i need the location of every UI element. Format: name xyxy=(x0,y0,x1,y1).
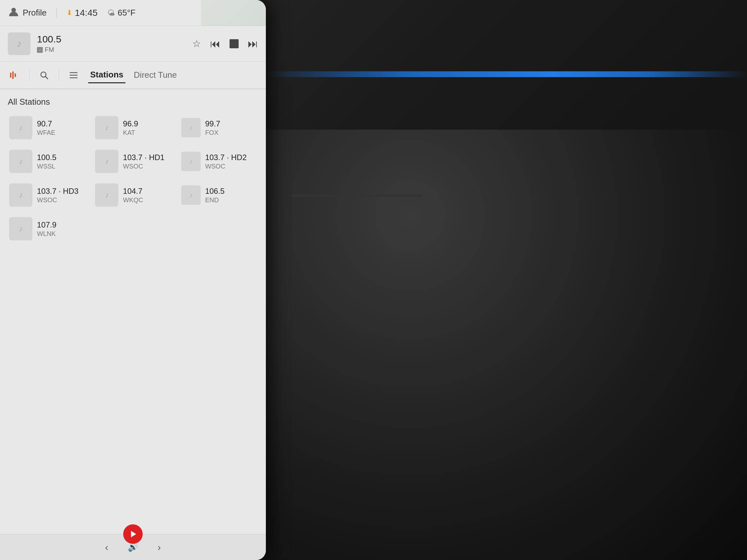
nav-divider-1 xyxy=(29,69,29,82)
stations-grid: ♪ 90.7 WFAE ♪ 96.9 KAT ♪ xyxy=(6,113,259,243)
station-thumb-1037hd1: ♪ xyxy=(95,150,118,173)
ambient-light-strip xyxy=(259,71,747,77)
station-name-969: KAT xyxy=(123,129,138,136)
music-note-icon: ♪ xyxy=(189,124,192,132)
station-name-997: FOX xyxy=(205,129,221,136)
station-name-1047: WKQC xyxy=(123,196,143,204)
station-card-1037-hd2[interactable]: ♪ 103.7 · HD2 WSOC xyxy=(179,147,259,176)
station-thumb-1079: ♪ xyxy=(9,217,32,240)
station-card-997[interactable]: ♪ 99.7 FOX xyxy=(179,113,259,142)
svg-rect-3 xyxy=(15,73,16,77)
svg-line-5 xyxy=(45,77,48,79)
equalizer-button[interactable] xyxy=(6,67,23,83)
music-note-icon: ♪ xyxy=(189,191,192,199)
station-details-1037hd1: 103.7 · HD1 WSOC xyxy=(123,153,164,170)
svg-point-4 xyxy=(41,72,46,77)
svg-rect-1 xyxy=(10,73,11,78)
station-thumb-907: ♪ xyxy=(9,116,32,139)
station-card-1065[interactable]: ♪ 106.5 END xyxy=(179,181,259,209)
station-name-1037hd3: WSOC xyxy=(37,196,78,204)
music-note-icon: ♪ xyxy=(19,123,23,132)
station-freq-1047: 104.7 xyxy=(123,187,143,196)
stop-button[interactable] xyxy=(230,39,239,48)
station-details-969: 96.9 KAT xyxy=(123,119,138,136)
station-thumb-1037hd3: ♪ xyxy=(9,183,32,207)
music-note-icon: ♪ xyxy=(105,157,109,166)
station-details-997: 99.7 FOX xyxy=(205,119,221,136)
chevron-right-icon[interactable]: › xyxy=(158,542,161,553)
all-stations-header: All Stations xyxy=(6,97,259,107)
music-note-icon: ♪ xyxy=(17,37,22,50)
station-name-907: WFAE xyxy=(37,129,55,136)
svg-marker-10 xyxy=(131,531,136,537)
fm-icon: ♪ xyxy=(37,47,43,53)
current-frequency: 100.5 xyxy=(37,34,186,45)
station-card-1037-hd3[interactable]: ♪ 103.7 · HD3 WSOC xyxy=(6,181,87,209)
station-freq-997: 99.7 xyxy=(205,119,221,128)
download-icon: ⬇ xyxy=(67,9,72,17)
music-note-icon: ♪ xyxy=(105,191,109,199)
profile-icon xyxy=(8,6,20,20)
svg-rect-2 xyxy=(12,71,14,79)
station-freq-1079: 107.9 xyxy=(37,220,56,230)
station-details-1065: 106.5 END xyxy=(205,187,225,204)
station-card-969[interactable]: ♪ 96.9 KAT xyxy=(93,113,173,142)
station-name-1065: END xyxy=(205,196,225,204)
station-freq-1037hd1: 103.7 · HD1 xyxy=(123,153,164,162)
map-hint xyxy=(201,0,266,26)
search-button[interactable] xyxy=(36,67,52,83)
tab-stations[interactable]: Stations xyxy=(88,67,126,83)
station-details-1079: 107.9 WLNK xyxy=(37,220,56,238)
station-name-1079: WLNK xyxy=(37,230,56,238)
station-name-1005: WSSL xyxy=(37,163,56,170)
station-band-area: ♪ FM xyxy=(37,46,186,53)
station-thumb-997: ♪ xyxy=(181,118,201,137)
status-bar: Profile ⬇ 14:45 🌤 65°F xyxy=(0,0,266,26)
station-thumb-1065: ♪ xyxy=(181,185,201,205)
music-note-icon: ♪ xyxy=(19,157,23,166)
station-freq-1037hd3: 103.7 · HD3 xyxy=(37,187,78,196)
station-details-1037hd2: 103.7 · HD2 WSOC xyxy=(205,153,247,170)
station-thumb-1047: ♪ xyxy=(95,183,118,207)
now-playing-bar: ♪ 100.5 ♪ FM ☆ ⏮ ⏭ xyxy=(0,26,266,61)
favorite-button[interactable]: ☆ xyxy=(192,39,201,49)
music-note-icon: ♪ xyxy=(105,123,109,132)
navigation-tabs: Stations Direct Tune xyxy=(0,61,266,89)
next-button[interactable]: ⏭ xyxy=(248,38,258,49)
station-card-1005[interactable]: ♪ 100.5 WSSL xyxy=(6,147,87,176)
station-thumb-1005: ♪ xyxy=(9,150,32,173)
tab-direct-tune[interactable]: Direct Tune xyxy=(132,68,179,83)
list-view-button[interactable] xyxy=(66,67,82,83)
station-thumb-1037hd2: ♪ xyxy=(181,152,201,171)
station-card-1079[interactable]: ♪ 107.9 WLNK xyxy=(6,215,87,243)
station-details-1005: 100.5 WSSL xyxy=(37,153,56,170)
station-freq-969: 96.9 xyxy=(123,119,138,128)
temperature-display: 65°F xyxy=(118,8,135,18)
station-freq-907: 90.7 xyxy=(37,119,55,128)
album-art: ♪ xyxy=(8,32,30,55)
station-details-907: 90.7 WFAE xyxy=(37,119,55,136)
time-area: ⬇ 14:45 xyxy=(67,8,98,18)
main-screen: Profile ⬇ 14:45 🌤 65°F ♪ 100.5 ♪ FM xyxy=(0,0,266,560)
profile-area[interactable]: Profile xyxy=(8,6,47,20)
previous-button[interactable]: ⏮ xyxy=(210,38,221,49)
station-details-1037hd3: 103.7 · HD3 WSOC xyxy=(37,187,78,204)
vent-strip xyxy=(292,194,421,197)
station-name-1037hd1: WSOC xyxy=(123,163,164,170)
station-card-907[interactable]: ♪ 90.7 WFAE xyxy=(6,113,87,142)
chevron-left-icon[interactable]: ‹ xyxy=(105,542,108,553)
clock-display: 14:45 xyxy=(75,8,98,18)
record-button[interactable] xyxy=(123,524,143,544)
station-freq-1037hd2: 103.7 · HD2 xyxy=(205,153,247,162)
svg-point-0 xyxy=(11,8,16,12)
band-label: FM xyxy=(45,46,54,53)
music-note-icon: ♪ xyxy=(19,191,23,199)
weather-area: 🌤 65°F xyxy=(107,8,135,18)
station-card-1047[interactable]: ♪ 104.7 WKQC xyxy=(93,181,173,209)
station-thumb-969: ♪ xyxy=(95,116,118,139)
nav-divider-2 xyxy=(59,69,59,82)
station-card-1037-hd1[interactable]: ♪ 103.7 · HD1 WSOC xyxy=(93,147,173,176)
profile-label: Profile xyxy=(23,8,47,18)
station-freq-1065: 106.5 xyxy=(205,187,225,196)
playback-controls: ☆ ⏮ ⏭ xyxy=(192,38,258,49)
